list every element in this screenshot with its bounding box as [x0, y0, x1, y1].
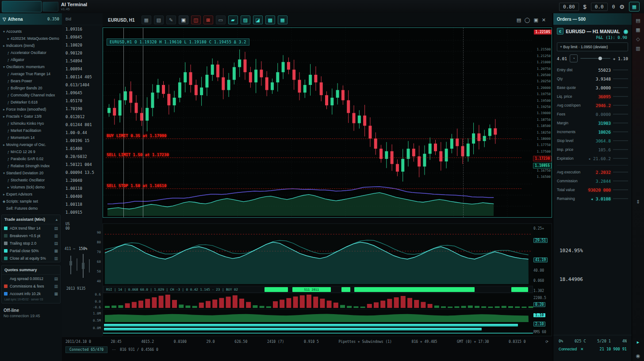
assistant-item-settings-icon[interactable]: ▥ [54, 256, 58, 261]
market-watch-price-row[interactable]: 1.00915 [62, 208, 103, 216]
toolbar-icon-9[interactable]: ◪ [253, 15, 263, 24]
price-axis[interactable]: 1.215001.212501.210001.207501.205001.202… [535, 28, 552, 217]
order-row-total-value[interactable]: Total value93020 000 [553, 185, 632, 194]
market-watch-price-row[interactable]: 1.00-0.44 [62, 129, 103, 137]
market-watch-price-row[interactable]: 0.00094 13.5 [62, 169, 103, 177]
assistant-item[interactable]: ADX trend filter 14▤ [2, 224, 60, 232]
market-watch-price-row[interactable]: 0.012012 [62, 113, 103, 121]
toolbar-icon-4[interactable]: ◫ [191, 15, 201, 24]
sidebar-item-expert-advisors[interactable]: ▸Expert Advisors [0, 191, 62, 198]
assistant-item[interactable]: Trailing stop 2.0▤ [2, 239, 60, 247]
quotes-summary-header[interactable]: Quotes summary [2, 265, 60, 275]
toolbar-icon-3[interactable]: ▣ [179, 15, 188, 24]
assistant-item[interactable]: Partial close 50%▦ [2, 247, 60, 254]
order-panel-header[interactable]: Orders — 500 [553, 13, 632, 25]
rail-icon-0[interactable]: ▤ [636, 18, 640, 23]
sidebar-item-parabolic-sar-0-02[interactable]: ƒParabolic SAR 0.02 [0, 155, 62, 162]
signal-segment[interactable]: S11 2011 [292, 287, 331, 292]
toolbar-icon-7[interactable]: ▰ [228, 15, 238, 24]
sidebar-item-commodity-channel-index[interactable]: ƒCommodity Channel Index [0, 92, 62, 99]
sidebar-item-force-index-smoothed-[interactable]: ▸Force Index (smoothed) [0, 106, 62, 113]
market-watch-price-row[interactable]: 1.09645 [62, 89, 103, 97]
market-watch-price-row[interactable]: 0.90120 [62, 49, 103, 57]
market-watch-price-row[interactable]: 1.00114 405 [62, 73, 103, 81]
sidebar-item-scripts-sample-set[interactable]: ◆Scripts: sample set [0, 198, 62, 205]
order-row-commission[interactable]: Commission3.2844 [553, 177, 632, 185]
grid-view-button[interactable]: ▦ [629, 2, 640, 12]
market-watch-price-row[interactable]: 1.00400 [62, 192, 103, 200]
signal-segment[interactable] [354, 287, 475, 292]
close-icon[interactable]: ✕ [542, 17, 546, 23]
sidebar-item-macd-12-26-9[interactable]: ƒMACD 12 26 9 [0, 148, 62, 155]
sidebar-item-indicators-trend-[interactable]: ▸Indicators (trend) [0, 42, 62, 49]
order-row-remaining[interactable]: Remaining◂ 3.0108 [553, 194, 632, 203]
order-row-avg-execution[interactable]: Avg execution2.2032 [553, 168, 632, 177]
signal-segment[interactable] [264, 287, 288, 292]
sidebar-item-bollinger-bands-20[interactable]: ƒBollinger Bands 20 [0, 84, 62, 92]
order-size-value[interactable]: 4.01 [557, 56, 567, 61]
size-slider[interactable] [580, 58, 610, 59]
sidebar-item-accelerator-oscillator[interactable]: ƒAccelerator Oscillator [0, 49, 62, 56]
toolbar-icon-10[interactable]: ▩ [265, 15, 275, 24]
sidebar-item-alligator[interactable]: ƒAlligator [0, 56, 62, 63]
sidebar-item-ichimoku-kinko-hyo[interactable]: ƒIchimoku Kinko Hyo [0, 120, 62, 127]
trade-assistant-header[interactable]: Trade assistant (Mini) ▴ [2, 215, 60, 224]
assistant-item[interactable]: Breakeven +0.5 pt▥ [2, 232, 60, 239]
rail-icon-6[interactable]: ◉ [636, 353, 640, 359]
assistant-item[interactable]: Close all at equity 5%▥ [2, 254, 60, 262]
order-row-increments[interactable]: Increments10026 [553, 127, 632, 136]
sidebar-item-moving-average-of-osc-[interactable]: ▸Moving Average of Osc. [0, 141, 62, 148]
sidebar-item-standard-deviation-20[interactable]: ▾Standard Deviation 20 [0, 169, 62, 177]
maximize-icon[interactable]: ▣ [533, 17, 538, 23]
symbol-info-button[interactable]: ◉ [624, 28, 628, 35]
market-watch-price-row[interactable]: 0.613/1404 [62, 81, 103, 89]
market-watch-header[interactable]: Bid [62, 13, 103, 25]
order-type-field[interactable]: + Buy limit · 1.0950 (deviate) [557, 42, 628, 51]
market-watch-price-row[interactable]: 1.00110 [62, 184, 103, 192]
assistant-item-settings-icon[interactable]: ▥ [54, 234, 58, 238]
close-x-icon[interactable]: ✕ [580, 347, 583, 351]
order-row-margin[interactable]: Margin31903 [553, 119, 632, 127]
sidebar-item-bears-power[interactable]: ƒBears Power [0, 77, 62, 84]
sidebar-item-average-true-range-14[interactable]: ƒAverage True Range 14 [0, 70, 62, 77]
market-watch-price-row[interactable]: 1.54894 [62, 57, 103, 65]
sidebar-item-stochastic-oscillator[interactable]: ƒStochastic Oscillator [0, 177, 62, 184]
toolbar-icon-5[interactable]: ⊞ [203, 15, 213, 24]
toolbar-icon-8[interactable]: ▨ [241, 15, 250, 24]
summary-row[interactable]: Commissions & fees▥ [2, 282, 60, 290]
order-row-fees[interactable]: Fees0.0000 [553, 110, 632, 119]
assistant-item-settings-icon[interactable]: ▤ [54, 241, 58, 246]
sidebar-item-demarker-0-618[interactable]: ƒDeMarker 0.618 [0, 99, 62, 106]
assistant-item-settings-icon[interactable]: ▤ [54, 226, 58, 230]
market-watch-price-row[interactable]: 1.00118 [62, 200, 103, 208]
market-watch-price-row[interactable]: 0.20/6032 [62, 153, 103, 161]
market-watch-price-row[interactable]: 1.70190 [62, 105, 103, 113]
order-row-liq-price[interactable]: Liq. price36095 [553, 92, 632, 101]
connection-status[interactable]: Connected 65/470 [65, 346, 107, 353]
summary-row-icon[interactable]: ▤ [54, 277, 58, 281]
sidebar-item-fractals-gator-13-8[interactable]: ▸Fractals + Gator 13/8 [0, 113, 62, 120]
summary-row[interactable]: Account info 10.2k▦ [2, 290, 60, 297]
market-watch-price-row[interactable]: 1.00894 [62, 65, 103, 73]
summary-row[interactable]: Avg spread 0.00012▤ [2, 275, 60, 282]
order-row-stop-level[interactable]: Stop level3064.8 [553, 136, 632, 145]
market-watch-price-row[interactable]: 1.09316 [62, 25, 103, 33]
panel-toggle-icon[interactable]: ▤ [517, 17, 521, 23]
dial-icon[interactable]: ◔ [570, 54, 578, 62]
signal-segment[interactable] [511, 287, 529, 292]
market-watch-price-row[interactable]: 1.50121 004 [62, 161, 103, 169]
rail-icon-1[interactable]: ▦ [636, 27, 640, 33]
sidebar-item-market-facilitation[interactable]: ƒMarket Facilitation [0, 127, 62, 134]
collapse-caret-icon[interactable]: ▴ [56, 218, 58, 222]
toolbar-icon-11[interactable]: ▦ [278, 15, 288, 24]
toolbar-icon-2[interactable]: ✎ [166, 15, 176, 24]
sidebar-item-accounts[interactable]: ▾Accounts [0, 28, 62, 35]
sidebar-item-momentum-14[interactable]: ƒMomentum 14 [0, 134, 62, 141]
minimize-icon[interactable]: ◯ [525, 17, 530, 23]
market-watch-price-row[interactable]: 1.01400 [62, 145, 103, 153]
market-watch-price-row[interactable]: 1.10020 [62, 41, 103, 49]
market-watch-price-row[interactable]: 1.05170 [62, 97, 103, 105]
order-row-avg-cost-open[interactable]: Avg cost/open2946.2 [553, 101, 632, 110]
market-watch-price-row[interactable]: 1.00196 15 [62, 137, 103, 145]
market-watch-price-row[interactable]: 1.20040 [62, 177, 103, 184]
